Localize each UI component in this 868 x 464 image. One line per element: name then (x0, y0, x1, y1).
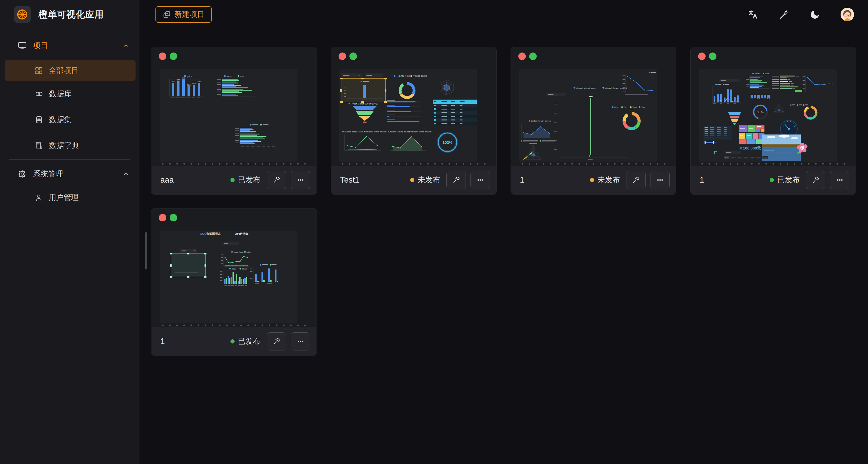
svg-text:102%: 102% (442, 140, 452, 145)
more-actions-button[interactable] (291, 332, 310, 350)
window-dots (518, 53, 537, 60)
monitor-icon (18, 41, 27, 50)
edit-project-button[interactable] (806, 171, 825, 189)
app-logo (14, 6, 31, 23)
edit-project-button[interactable] (626, 171, 646, 189)
sidebar-item-data-dictionary[interactable]: 数据字典 (5, 135, 135, 156)
svg-text:data2: data2 (242, 268, 247, 270)
more-actions-button[interactable] (470, 171, 490, 189)
topbar-actions (747, 8, 854, 21)
svg-text:Mon: Mon (614, 106, 618, 109)
svg-text:Thu: Thu (641, 106, 645, 109)
dashboard-preview: SQL数据源测试 API数据集 class_hour price (160, 231, 298, 323)
svg-text:3855: 3855 (176, 79, 180, 81)
project-name: aaa (160, 175, 174, 185)
dashboard-preview: price 34913855 43432518 29643386 data1 d… (160, 69, 298, 162)
green-dot (709, 53, 716, 60)
app-title: 橙单可视化应用 (38, 8, 104, 21)
project-name: 1 (700, 175, 704, 185)
svg-text:二年级: 二年级 (404, 75, 411, 78)
svg-text:3491: 3491 (171, 81, 175, 82)
moon-dark-mode-icon[interactable] (810, 9, 820, 20)
project-name: 1 (520, 175, 524, 185)
card-footer: aaa 已发布 (152, 166, 316, 194)
status-badge: 已发布 (230, 336, 260, 347)
card-footer: Test1 未发布 (331, 166, 496, 194)
project-card[interactable]: student_attend_count student_flower_amou… (510, 47, 676, 195)
svg-text:一年级: 一年级 (350, 103, 356, 105)
edit-project-button[interactable] (446, 171, 466, 189)
project-card[interactable]: data1 data2 (690, 47, 856, 195)
green-dot (529, 53, 537, 60)
document-icon (35, 141, 43, 150)
status-badge: 已发布 (230, 175, 260, 185)
svg-text:3386: 3386 (197, 81, 201, 83)
sidebar-item-database[interactable]: 数据库 (5, 83, 135, 104)
sidebar-group-label: 系统管理 (33, 169, 63, 179)
content-scrollbar[interactable] (145, 232, 147, 269)
svg-text:data1: data1 (231, 268, 237, 270)
magic-wand-icon[interactable] (778, 9, 789, 20)
svg-text:student_flower_amount: student_flower_amount (605, 87, 627, 89)
card-footer: 1 已发布 (152, 327, 316, 355)
card-footer: 1 已发布 (691, 166, 856, 194)
copy-plus-icon (163, 10, 171, 19)
dashboard-preview: student_attend_count student_flower_amou… (519, 69, 657, 162)
sidebar-item-dataset[interactable]: 数据集 (5, 109, 135, 130)
sidebar-group-system[interactable]: 系统管理 (0, 164, 140, 184)
topbar: 新建项目 (140, 0, 868, 29)
project-card[interactable]: SQL数据源测试 API数据集 class_hour price (151, 208, 317, 356)
svg-text:四年级: 四年级 (372, 103, 378, 105)
status-dot (230, 178, 235, 182)
svg-text:data2: data2 (765, 72, 771, 75)
ellipsis-icon (476, 176, 485, 184)
sidebar: 橙单可视化应用 项目 全部项目 (0, 0, 140, 464)
svg-text:price: price (247, 251, 251, 253)
hammer-icon (272, 176, 281, 184)
svg-text:4343: 4343 (182, 77, 185, 79)
red-dot (159, 214, 166, 221)
sidebar-item-label: 数据集 (49, 115, 72, 125)
hammer-icon (632, 176, 640, 184)
ellipsis-icon (836, 176, 844, 184)
svg-text:¥ 100,000元: ¥ 100,000元 (740, 146, 761, 150)
dotted-separator (160, 163, 308, 165)
dashboard-preview: data1 data2 (699, 69, 837, 162)
edit-project-button[interactable] (267, 332, 286, 350)
dotted-separator (160, 324, 308, 326)
sidebar-item-all-projects[interactable]: 全部项目 (5, 60, 135, 81)
language-translate-icon[interactable] (747, 9, 758, 20)
svg-text:data2: data2 (240, 75, 246, 78)
project-thumbnail[interactable]: SQL数据源测试 API数据集 class_hour price (160, 231, 298, 323)
svg-text:SQL数据源测试: SQL数据源测试 (200, 232, 221, 235)
window-dots (698, 53, 716, 60)
new-project-label: 新建项目 (175, 9, 205, 20)
status-dot (590, 178, 594, 182)
project-card[interactable]: 一年级 二年级 三年级 四年级 (331, 47, 497, 195)
svg-text:36 %: 36 % (757, 111, 764, 114)
more-actions-button[interactable] (830, 171, 849, 189)
project-thumbnail[interactable]: 一年级 二年级 三年级 四年级 (339, 69, 477, 162)
sidebar-group-projects[interactable]: 项目 (0, 35, 140, 56)
ellipsis-icon (297, 176, 305, 184)
project-thumbnail[interactable]: price 34913855 43432518 29643386 data1 d… (160, 69, 298, 162)
project-thumbnail[interactable]: data1 data2 (699, 69, 837, 162)
green-dot (170, 53, 177, 60)
svg-text:price: price (187, 75, 192, 78)
new-project-button[interactable]: 新建项目 (155, 6, 212, 23)
svg-text:class_hour: class_hour (234, 251, 243, 253)
more-actions-button[interactable] (291, 171, 310, 189)
sidebar-item-user-management[interactable]: 用户管理 (5, 187, 135, 208)
more-actions-button[interactable] (650, 171, 670, 189)
dotted-separator (700, 163, 847, 165)
svg-text:四年级: 四年级 (421, 75, 427, 78)
card-footer: 1 未发布 (511, 166, 676, 194)
edit-project-button[interactable] (267, 171, 286, 189)
red-dot (339, 53, 346, 60)
user-avatar[interactable] (841, 8, 854, 21)
status-badge: 未发布 (410, 175, 440, 185)
project-thumbnail[interactable]: student_attend_count student_flower_amou… (519, 69, 657, 162)
svg-text:student_attend_count: student_attend_count (390, 131, 409, 133)
project-card[interactable]: price 34913855 43432518 29643386 data1 d… (151, 47, 317, 195)
red-dot (159, 53, 166, 60)
